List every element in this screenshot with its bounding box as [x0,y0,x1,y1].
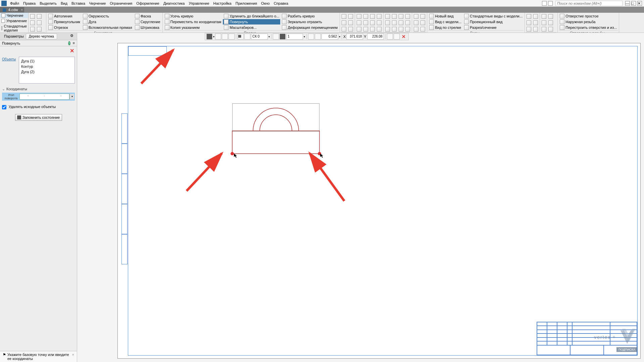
close-icon[interactable]: ✕ [637,1,642,6]
arc-button[interactable]: Дуга [82,19,133,24]
menu-edit[interactable]: Правка [21,1,38,6]
objects-label[interactable]: Объекты [2,57,16,61]
rect-button[interactable]: Прямоугольник [47,19,81,24]
view-icon[interactable] [280,34,286,40]
mode-management[interactable]: Управление [0,18,28,23]
autoline-button[interactable]: Автолиния [47,13,81,19]
minimize-icon[interactable]: — [625,1,630,6]
ins-b1[interactable] [526,13,532,19]
dim-button-2[interactable] [341,20,347,26]
annot-b7[interactable] [369,13,376,19]
diag-b5[interactable] [420,20,426,26]
grid-icon[interactable]: ▦ [238,34,244,40]
panel-close-icon[interactable]: ✕ [70,48,74,54]
tool-b2[interactable] [541,20,547,26]
annot-b12[interactable] [376,26,382,32]
segment-button[interactable]: Отрезок [47,25,81,30]
new-doc-button[interactable] [30,13,36,19]
extend-button[interactable]: Удлинить до ближайшего о... [223,13,280,19]
cs-dropdown-icon[interactable]: ▾ [268,35,270,38]
con-b11[interactable] [405,20,411,26]
chamfer-button[interactable]: Фаска [134,13,161,19]
proj-view-button[interactable]: Проекционный вид [463,19,524,24]
tool-b4[interactable] [548,13,554,19]
mirror-button[interactable]: Зеркально отразить [281,19,339,24]
scale-button[interactable]: Масштабиров... [223,25,280,30]
objects-list[interactable]: Дуга (1) Контур Дуга (2) [19,57,75,84]
delete-source-checkbox[interactable] [2,105,6,109]
annot-b9[interactable] [369,26,376,32]
snap-btn-3[interactable] [229,34,235,40]
undo-button[interactable] [30,26,36,32]
arrow-view-button[interactable]: Вид по стрелке [428,25,462,30]
dim-button-4[interactable] [348,13,354,19]
rotate-button[interactable]: Повернуть [223,19,280,24]
zoom-value[interactable]: 0.562 [321,34,338,40]
ortho-icon[interactable] [273,34,279,40]
tab-close-icon[interactable]: × [21,8,23,12]
con-b4[interactable] [391,13,397,19]
list-item[interactable]: Дуга (2) [20,69,73,74]
diag-b3[interactable] [413,26,419,32]
cs-select[interactable]: СК 0 [251,34,268,40]
new-view-button[interactable]: Новый вид [428,13,462,19]
menu-window[interactable]: Окно [259,1,272,6]
annot-b6[interactable] [363,26,369,32]
menu-view[interactable]: Вид [59,1,69,6]
annot-b5[interactable] [363,20,369,26]
hatch-button[interactable]: Штриховка [134,25,161,30]
dropdown-icon[interactable]: ▾ [213,35,214,38]
ins-b5[interactable] [533,20,539,26]
list-item[interactable]: Контур [20,64,73,69]
menu-select[interactable]: Выделить [38,1,59,6]
list-icon[interactable]: ≡ [73,41,75,45]
menu-insert[interactable]: Вставка [69,1,87,6]
section-button[interactable]: Разрез/сечение [463,25,524,30]
menu-manage[interactable]: Управление [187,1,211,6]
std-views-button[interactable]: Стандартные виды с модели... [463,13,524,19]
annot-b1[interactable] [356,13,362,19]
angle-dropdown-icon[interactable]: ▾ [69,94,74,99]
ins-b3[interactable] [526,26,532,32]
menu-file[interactable]: Файл [8,1,21,6]
split-button[interactable]: Разбить кривую [281,13,339,19]
con-b5[interactable] [391,20,397,26]
menu-diag[interactable]: Диагностика [161,1,187,6]
toolbar-close-icon[interactable]: ✕ [400,34,407,39]
con-b2[interactable] [385,20,391,26]
command-search-input[interactable] [555,1,623,6]
hole-simple-button[interactable]: Отверстие простое [559,13,618,19]
save-button[interactable] [30,20,36,26]
tool-b1[interactable] [541,13,547,19]
drawing-object[interactable] [232,103,319,154]
tree-tab[interactable]: Дерево чертежа [26,34,57,39]
con-b12[interactable] [405,26,411,32]
mode-drawing[interactable]: Черчение [0,13,28,18]
diag-b1[interactable] [413,13,419,19]
con-b9[interactable] [398,26,404,32]
tool-b6[interactable] [548,26,554,32]
annot-b4[interactable] [363,13,369,19]
list-item[interactable]: Дуга (1) [20,58,73,64]
zoom-out-icon[interactable] [308,34,314,40]
ext-thread-button[interactable]: Наружная резьба [559,19,618,24]
dim-button-3[interactable] [341,26,347,32]
dim-button-6[interactable] [348,26,354,32]
cs-icon[interactable] [244,34,250,40]
menu-apps[interactable]: Приложения [234,1,259,6]
annot-b2[interactable] [356,20,362,26]
con-b8[interactable] [398,20,404,26]
con-b10[interactable] [405,13,411,19]
redo-button[interactable] [36,26,42,32]
deform-button[interactable]: Деформация перемещением [281,25,339,30]
coords-header[interactable]: ⌄Координаты [2,87,75,91]
handle-left[interactable] [231,152,234,155]
maximize-icon[interactable]: □ [631,1,636,6]
auxline-button[interactable]: Вспомогательная прямая [82,25,133,30]
model-view-button[interactable]: Вид с модели... [428,19,462,24]
snap-btn-2[interactable] [222,34,228,40]
con-b1[interactable] [385,13,391,19]
menu-drawing[interactable]: Черчение [87,1,108,6]
copy-button[interactable]: Копия указанием [164,25,222,30]
con-b3[interactable] [385,26,391,32]
